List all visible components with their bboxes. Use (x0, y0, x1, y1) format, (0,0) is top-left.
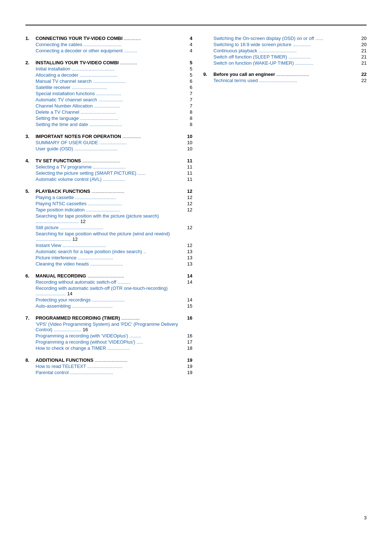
list-item: Programming a recording (without 'VIDEOP… (25, 339, 192, 345)
list-item: Automatic volume control (AVL) .........… (25, 177, 192, 182)
section-page: 11 (184, 158, 192, 163)
list-item: 'VPS' (Video Programming System) and 'PD… (25, 321, 192, 332)
section-header: 3.IMPORTANT NOTES FOR OPERATION ........… (25, 134, 192, 139)
section-header: 5.PLAYBACK FUNCTIONS ...................… (25, 189, 192, 194)
list-item: Manual TV channel search ...............… (25, 78, 192, 84)
section-page: 4 (184, 36, 192, 41)
section: 4.TV SET FUNCTIONS .....................… (25, 158, 192, 182)
list-item: Switching the On-screen display (OSD) on… (203, 36, 367, 41)
entry-text: Connecting the cables ..................… (36, 42, 184, 47)
entry-dots: ....................... (36, 291, 66, 296)
entry-text: Searching for tape position with the pic… (36, 213, 159, 219)
section-title-text: PROGRAMMED RECORDING (TIMER) (36, 315, 120, 321)
entry-text: Parental control .......................… (36, 370, 184, 375)
entry-text: Playing a cassette .....................… (36, 195, 184, 200)
entry-page: 12 (184, 201, 192, 206)
list-item: Selecting the picture setting (SMART PIC… (25, 170, 192, 176)
entry-page: 16 (83, 327, 88, 332)
section-number: 8. (25, 357, 36, 363)
entry-page: 14 (184, 279, 192, 285)
section-number: 5. (25, 189, 36, 194)
page-number: 3 (364, 515, 367, 520)
section-header: 9.Before you call an engineer ..........… (203, 72, 367, 77)
section-title-text: INSTALLING YOUR TV-VIDEO COMBI (36, 60, 119, 65)
entry-text: Special installation functions .........… (36, 91, 184, 96)
entry-page: 7 (184, 103, 192, 109)
entry-text: Recording with automatic switch-off (OTR… (36, 285, 168, 291)
section-dots: ............................ (86, 273, 124, 279)
entry-page: 14 (67, 291, 72, 296)
section-title: MANUAL RECORDING .......................… (36, 273, 184, 279)
entry-page: 13 (184, 255, 192, 260)
entry-page: 7 (184, 97, 192, 102)
section-number: 6. (25, 273, 36, 279)
section-number: 2. (25, 60, 36, 65)
entry-text: Still picture ..........................… (36, 225, 184, 230)
section-page: 5 (184, 60, 192, 65)
list-item: Instant View ...........................… (25, 243, 192, 248)
section: 3.IMPORTANT NOTES FOR OPERATION ........… (25, 134, 192, 151)
section-title: TV SET FUNCTIONS .......................… (36, 158, 184, 163)
section-title-text: MANUAL RECORDING (36, 273, 86, 279)
section-title-text: IMPORTANT NOTES FOR OPERATION (36, 134, 121, 139)
entry-text: Protecting your recordings .............… (36, 297, 184, 303)
entry-page: 12 (184, 225, 192, 230)
entry-text: Automatic TV channel search ............… (36, 97, 184, 102)
section-title-text: ADDITIONAL FUNCTIONS (36, 357, 93, 363)
entry-page: 15 (184, 303, 192, 309)
entry-dots: ..................... (54, 327, 81, 332)
list-item: Special installation functions .........… (25, 91, 192, 96)
list-item: Switching to 16:9 wide screen picture ..… (203, 42, 367, 47)
section: 2.INSTALLING YOUR TV-VIDEO COMBI .......… (25, 60, 192, 127)
section: 8.ADDITIONAL FUNCTIONS .................… (25, 357, 192, 375)
entry-text: Initial installation ...................… (36, 66, 184, 72)
section-dots: ......................... (93, 357, 127, 363)
section-page: 12 (184, 189, 192, 194)
entry-page: 7 (184, 91, 192, 96)
entry-page: 4 (184, 48, 192, 53)
section-title: PROGRAMMED RECORDING (TIMER) ...........… (36, 315, 184, 321)
section-number: 9. (203, 72, 213, 77)
list-item: Programming a recording (with 'VIDEOplus… (25, 333, 192, 339)
entry-text: Automatic search for a tape position (in… (36, 249, 184, 254)
entry-page: 12 (184, 207, 192, 212)
list-item: SUMMARY OF USER GUIDE ..................… (25, 140, 192, 145)
entry-text: Continuous playback ....................… (213, 48, 358, 53)
entry-dots: ................................. (36, 219, 79, 224)
entry-text: Cleaning the video heads ...............… (36, 261, 184, 267)
list-item: Searching for tape position without the … (25, 231, 192, 242)
entry-page: 12 (73, 236, 78, 242)
entry-text: How to check or change a TIMER .........… (36, 345, 184, 351)
list-item: Technical terms used ...................… (203, 78, 367, 83)
column-left: 1.CONNECTING YOUR TV-VIDEO COMBI .......… (25, 36, 192, 382)
section-header: 6.MANUAL RECORDING .....................… (25, 273, 192, 279)
entry-text: How to read TELETEXT ...................… (36, 364, 184, 369)
list-item: Setting the language ...................… (25, 115, 192, 121)
entry-page: 21 (358, 48, 367, 53)
entry-page: 8 (184, 109, 192, 115)
list-item: Automatic TV channel search ............… (25, 97, 192, 102)
list-item: Picture interference ...................… (25, 255, 192, 260)
section-title: Before you call an engineer ............… (213, 72, 358, 77)
entry-page: 19 (184, 364, 192, 369)
entry-text: Picture interference ...................… (36, 255, 184, 260)
section-dots: ......................... (90, 189, 124, 194)
section-page: 14 (184, 273, 192, 279)
list-item: How to read TELETEXT ...................… (25, 364, 192, 369)
section-title: PLAYBACK FUNCTIONS .....................… (36, 189, 184, 194)
list-item: Switch off function (SLEEP TIMER) ......… (203, 54, 367, 60)
section-title: CONNECTING YOUR TV-VIDEO COMBI .........… (36, 36, 184, 41)
section-header: 2.INSTALLING YOUR TV-VIDEO COMBI .......… (25, 60, 192, 65)
section-title: IMPORTANT NOTES FOR OPERATION ..........… (36, 134, 184, 139)
entry-page: 18 (184, 345, 192, 351)
entry-page: 13 (184, 261, 192, 267)
entry-text: Auto-assembling ........................… (36, 303, 184, 309)
section-title-text: Before you call an engineer (213, 72, 275, 77)
entry-text: Manual TV channel search ...............… (36, 78, 184, 84)
section-number: 7. (25, 315, 36, 321)
section-page: 22 (358, 72, 367, 77)
list-item: Channel Number Allocation ..............… (25, 103, 192, 109)
entry-dots: ........................... (36, 236, 71, 242)
list-item: Still picture ..........................… (25, 225, 192, 230)
entry-page: 14 (184, 297, 192, 303)
